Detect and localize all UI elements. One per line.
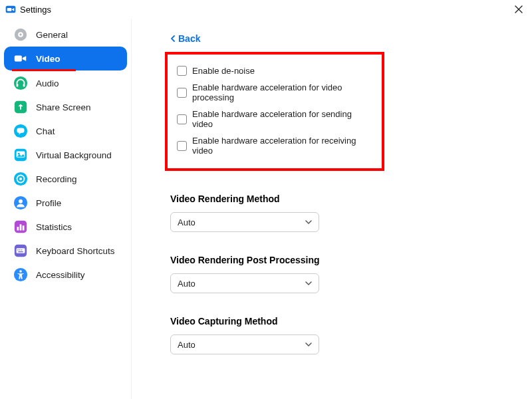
svg-rect-5: [15, 55, 22, 61]
content-panel: Back Enable de-noise Enable hardware acc…: [132, 19, 532, 399]
sidebar-item-label: Audio: [36, 78, 59, 88]
statistics-icon: [13, 219, 28, 234]
sidebar: General Video Audio Share Screen Ch: [0, 19, 132, 399]
sidebar-item-share-screen[interactable]: Share Screen: [4, 95, 127, 119]
checkbox-hw-accel-sending[interactable]: Enable hardware acceleration for sending…: [177, 106, 370, 132]
accessibility-icon: [13, 267, 28, 282]
sidebar-item-accessibility[interactable]: Accessibility: [4, 263, 127, 287]
main: General Video Audio Share Screen Ch: [0, 19, 532, 399]
sidebar-item-virtual-background[interactable]: Virtual Background: [4, 143, 127, 167]
recording-icon: [13, 172, 28, 186]
select-value: Auto: [178, 217, 196, 227]
sidebar-item-label: Video: [36, 54, 61, 64]
checkbox-icon: [177, 88, 187, 98]
svg-rect-28: [21, 249, 22, 250]
checkbox-label: Enable hardware acceleration for video p…: [192, 82, 370, 102]
svg-point-19: [19, 200, 23, 203]
chevron-down-icon: [305, 281, 312, 286]
sidebar-item-chat[interactable]: Chat: [4, 119, 127, 143]
svg-rect-26: [17, 249, 18, 250]
checkbox-label: Enable de-noise: [192, 66, 255, 76]
sidebar-item-profile[interactable]: Profile: [4, 191, 127, 215]
titlebar-left: Settings: [5, 4, 51, 15]
sidebar-item-general[interactable]: General: [4, 23, 127, 47]
close-icon: [515, 5, 523, 13]
sidebar-item-label: Recording: [36, 174, 77, 184]
titlebar: Settings: [0, 0, 532, 19]
checkbox-label: Enable hardware acceleration for sending…: [192, 109, 370, 129]
back-label: Back: [178, 33, 200, 44]
svg-rect-11: [17, 128, 25, 132]
share-screen-icon: [13, 100, 28, 114]
sidebar-item-label: General: [36, 30, 68, 40]
checkbox-hw-accel-receiving[interactable]: Enable hardware acceleration for receivi…: [177, 132, 370, 159]
checkbox-label: Enable hardware acceleration for receivi…: [192, 136, 370, 156]
svg-point-6: [14, 76, 27, 90]
svg-rect-1: [7, 8, 12, 11]
chevron-down-icon: [305, 219, 312, 225]
svg-rect-25: [17, 248, 25, 253]
sidebar-item-label: Statistics: [36, 222, 72, 232]
highlight-box: Enable de-noise Enable hardware accelera…: [165, 52, 384, 171]
select-video-rendering-method[interactable]: Auto: [170, 212, 319, 232]
window-title: Settings: [20, 5, 51, 15]
chevron-down-icon: [305, 342, 312, 347]
sidebar-item-label: Share Screen: [36, 102, 91, 112]
select-video-rendering-post-processing[interactable]: Auto: [170, 273, 319, 293]
svg-rect-27: [19, 249, 20, 250]
heading-video-capturing-method: Video Capturing Method: [170, 316, 509, 327]
checkbox-icon: [177, 114, 187, 124]
select-value: Auto: [178, 340, 196, 350]
chat-icon: [13, 124, 28, 138]
checkbox-icon: [177, 141, 187, 151]
close-button[interactable]: [513, 4, 524, 15]
profile-icon: [13, 196, 28, 210]
sidebar-item-video[interactable]: Video: [4, 47, 127, 70]
svg-rect-22: [20, 224, 22, 230]
select-value: Auto: [178, 279, 196, 289]
svg-rect-8: [23, 84, 25, 87]
chevron-left-icon: [170, 35, 176, 42]
app-icon: [5, 4, 16, 15]
sidebar-item-audio[interactable]: Audio: [4, 71, 127, 95]
keyboard-icon: [13, 243, 28, 258]
gear-icon: [13, 27, 28, 42]
checkbox-enable-denoise[interactable]: Enable de-noise: [177, 63, 370, 79]
svg-rect-7: [17, 84, 19, 87]
checkbox-hw-accel-processing[interactable]: Enable hardware acceleration for video p…: [177, 79, 370, 106]
headphones-icon: [13, 76, 28, 90]
svg-rect-23: [23, 225, 25, 230]
svg-rect-29: [18, 251, 23, 252]
select-video-capturing-method[interactable]: Auto: [170, 334, 319, 354]
sidebar-item-label: Accessibility: [36, 270, 85, 280]
sidebar-item-statistics[interactable]: Statistics: [4, 215, 127, 239]
sidebar-item-keyboard-shortcuts[interactable]: Keyboard Shortcuts: [4, 239, 127, 263]
sidebar-item-label: Virtual Background: [36, 150, 112, 160]
sidebar-item-recording[interactable]: Recording: [4, 167, 127, 191]
sidebar-item-label: Profile: [36, 198, 61, 208]
svg-rect-21: [17, 227, 19, 231]
back-link[interactable]: Back: [170, 33, 200, 44]
heading-video-rendering-post-processing: Video Rendering Post Processing: [170, 255, 509, 265]
svg-point-4: [19, 33, 21, 35]
heading-video-rendering-method: Video Rendering Method: [170, 194, 509, 204]
video-icon: [13, 51, 28, 66]
sidebar-item-label: Chat: [36, 126, 55, 136]
svg-point-17: [19, 178, 22, 180]
svg-point-31: [19, 270, 22, 273]
sidebar-item-label: Keyboard Shortcuts: [36, 246, 115, 256]
virtual-background-icon: [13, 148, 28, 162]
checkbox-icon: [177, 66, 187, 76]
